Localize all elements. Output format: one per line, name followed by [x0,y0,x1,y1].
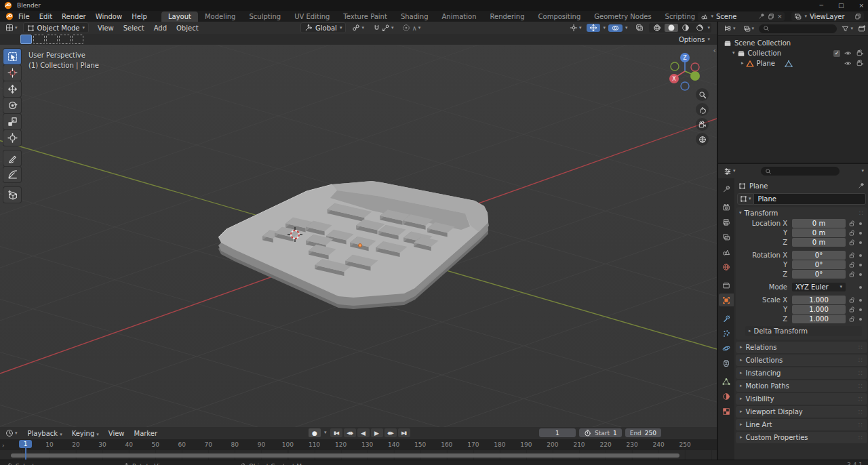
timeline-menu-playback[interactable]: Playback▾ [23,430,67,437]
section-custom-properties[interactable]: ▸Custom Properties:: [736,432,867,443]
properties-tab-data[interactable] [719,375,734,388]
tab-shading[interactable]: Shading [394,12,435,22]
properties-tab-material[interactable] [719,390,734,403]
mode-dropdown[interactable]: Object Mode ▾ [23,22,90,33]
tool-move[interactable] [3,81,21,97]
pivot-point-button[interactable]: ▾ [349,24,367,32]
tool-select-box[interactable] [3,49,21,64]
lock-icon[interactable] [846,296,857,304]
animate-dot[interactable] [857,308,864,311]
unlink-scene-icon[interactable]: × [777,13,783,20]
property-value-field[interactable]: 0 m [792,228,846,237]
tool-rotate[interactable] [3,98,21,113]
properties-tab-scene[interactable] [719,245,734,258]
maximize-button[interactable]: □ [838,2,844,9]
lock-icon[interactable] [846,270,857,278]
section-relations[interactable]: ▸Relations:: [736,342,867,353]
close-button[interactable]: × [859,2,864,9]
menu-render[interactable]: Render [57,13,91,20]
viewlayer-selector[interactable]: ▾ ViewLayer [791,12,864,21]
properties-tab-world[interactable] [719,260,734,273]
animate-dot[interactable] [857,273,864,276]
timeline-menu-marker[interactable]: Marker [130,430,163,437]
current-frame-field[interactable]: 1 [539,428,576,437]
pin-icon[interactable] [758,13,765,20]
properties-editor-type-button[interactable]: ▾ [721,167,738,176]
tool-transform[interactable] [3,130,21,146]
properties-tab-constraints[interactable] [719,357,734,369]
viewport-menu-object[interactable]: Object [172,24,203,32]
animate-dot[interactable] [857,264,864,266]
chevron-down-icon[interactable]: ▾ [625,26,628,31]
tool-annotate[interactable] [3,150,21,166]
properties-tab-particles[interactable] [719,327,734,340]
properties-tab-collection[interactable] [719,279,734,291]
channel-expander-icon[interactable]: › [2,442,5,449]
disclosure-arrow[interactable]: ▸ [741,61,744,66]
xray-toggle[interactable] [633,24,646,32]
chevron-down-icon[interactable]: ▾ [324,430,327,435]
show-gizmo-button[interactable]: ▾ [567,24,585,32]
section-line-art[interactable]: ▸Line Art:: [736,419,867,430]
property-value-field[interactable]: 0° [792,270,846,279]
navigation-gizmo[interactable]: ZX [664,52,706,91]
animate-dot[interactable] [857,286,864,289]
timeline-scrollbar[interactable] [11,453,679,458]
lock-icon[interactable] [846,220,857,227]
new-scene-icon[interactable] [768,13,774,20]
pin-icon[interactable] [858,182,865,189]
snap-button[interactable]: ▾ [370,24,397,32]
viewport-menu-add[interactable]: Add [149,24,172,32]
animate-dot[interactable] [857,241,864,244]
tab-sculpting[interactable]: Sculpting [242,12,288,22]
menu-help[interactable]: Help [127,13,152,20]
tab-uv-editing[interactable]: UV Editing [288,12,336,22]
timeline-menu-view[interactable]: View [104,430,130,437]
object-name-field[interactable]: Plane [754,193,866,205]
properties-tab-texture[interactable] [719,405,734,418]
select-mode-3[interactable] [59,35,71,44]
property-value-field[interactable]: 1.000 [792,315,846,323]
property-value-field[interactable]: 0 m [792,238,846,247]
auto-key-button[interactable]: ● [309,428,321,437]
new-viewlayer-icon[interactable] [854,13,861,20]
proportional-edit-button[interactable]: ∧ ▾ [399,24,423,32]
shading-wireframe-button[interactable] [650,24,664,32]
scene-selector[interactable]: ▾ Scene × [698,12,785,21]
animate-dot[interactable] [857,232,864,235]
timeline-track[interactable] [0,450,717,460]
lock-icon[interactable] [846,251,857,259]
blender-menu-icon[interactable] [5,12,14,20]
section-viewport-display[interactable]: ▸Viewport Display:: [736,406,867,418]
timeline-editor-type-button[interactable]: ▾ [3,429,20,437]
editor-type-button[interactable]: ▾ [3,24,20,32]
camera-toggle-icon[interactable] [856,60,865,67]
delta-transform-subpanel[interactable]: ▸ Delta Transform [745,326,862,336]
orientation-dropdown[interactable]: Global ▾ [300,22,346,33]
prev-keyframe-button[interactable]: ◀◆ [344,428,356,437]
properties-tab-tool[interactable] [719,182,734,195]
zoom-button[interactable] [696,88,709,101]
chevron-down-icon[interactable]: ▾ [603,26,606,31]
properties-tab-render[interactable] [719,201,734,214]
tool-scale[interactable] [3,114,21,129]
menu-file[interactable]: File [14,13,35,20]
tab-rendering[interactable]: Rendering [483,12,531,22]
properties-search-input[interactable] [761,167,840,176]
frame-start-field[interactable]: Start 1 [579,428,622,437]
menu-window[interactable]: Window [91,13,127,20]
mode-dropdown[interactable]: XYZ Euler▾ [792,283,846,291]
property-value-field[interactable]: 0 m [792,219,846,228]
section-visibility[interactable]: ▸Visibility:: [736,393,867,405]
exclude-checkbox[interactable]: ✓ [833,50,840,57]
minimize-button[interactable]: ─ [820,2,823,9]
select-mode-2[interactable] [46,35,58,44]
animate-dot[interactable] [857,318,864,321]
shading-rendered-button[interactable] [693,24,707,32]
properties-tab-output[interactable] [719,216,734,228]
outliner-row-scene-collection[interactable]: Scene Collection [718,38,868,48]
select-mode-0[interactable] [20,35,32,44]
chevron-down-icon[interactable]: ▾ [707,26,710,31]
property-value-field[interactable]: 0° [792,251,846,260]
frame-end-field[interactable]: End 250 [625,428,661,437]
